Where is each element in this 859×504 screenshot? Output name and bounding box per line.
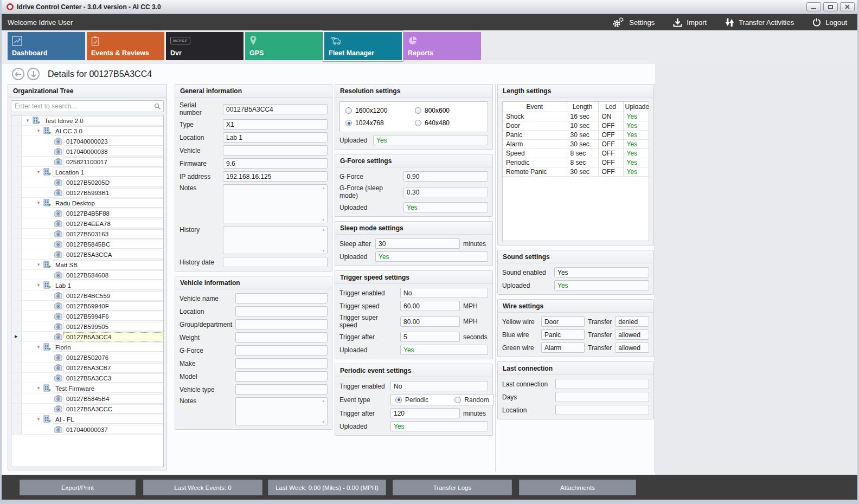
expander-icon[interactable]: ▾ (24, 118, 31, 123)
trigger-enabled-field[interactable]: No (400, 288, 488, 298)
tab-gps[interactable]: GPS (245, 32, 323, 60)
radio-option-800x600[interactable]: 800x600 (415, 107, 482, 114)
tree-node[interactable]: 00127B5A3CCC (11, 404, 163, 414)
yellow-wire-transfer-field[interactable]: denied (615, 316, 649, 327)
attachments-button[interactable]: Attachments (519, 480, 636, 495)
tree-node[interactable]: 00127B59940F (11, 301, 163, 311)
tree-node[interactable]: 00127B502076 (11, 352, 163, 363)
logout-button[interactable]: Logout (812, 18, 847, 27)
g-force-field[interactable]: 0.90 (403, 171, 488, 182)
tree-node[interactable]: ▾Test Firmware (11, 383, 163, 393)
import-button[interactable]: Import (673, 18, 707, 27)
sleep-after-field[interactable]: 30 (375, 238, 460, 249)
trigger-super-speed-field[interactable]: 80.00 (400, 316, 460, 327)
transfer-logs-button[interactable]: Transfer Logs (393, 480, 512, 495)
expander-icon[interactable]: ▾ (35, 169, 42, 175)
radio-button[interactable] (454, 397, 461, 403)
table-row[interactable]: Alarm30 secOFFYes (503, 140, 649, 149)
tree-node[interactable]: ▾Test Idrive 2.0 (11, 115, 163, 126)
table-row[interactable]: Speed8 secOFFYes (503, 149, 649, 158)
uploaded-field[interactable]: Yes (373, 135, 488, 145)
serial-number-field[interactable]: 00127B5A3CC4 (223, 104, 328, 114)
tree-node[interactable]: 00127B5845B4 (11, 393, 163, 404)
tree-node[interactable]: 00127B599505 (11, 321, 163, 332)
transfer-activities-button[interactable]: Transfer Activities (725, 18, 794, 27)
tree-node[interactable]: 00127B5993B1 (11, 188, 163, 198)
trigger-enabled-field[interactable]: No (390, 381, 488, 391)
tab-events-reviews[interactable]: Events & Reviews (87, 32, 164, 60)
days-field[interactable] (555, 392, 649, 402)
tree-node[interactable]: ▶00127B5A3CC4 (11, 332, 163, 342)
tree-node[interactable]: 017040000023 (11, 136, 163, 146)
ip-address-field[interactable]: 192.168.16.125 (223, 171, 328, 182)
tree-node[interactable]: ▾Location 1 (11, 167, 163, 177)
location-field[interactable] (555, 405, 649, 415)
settings-button[interactable]: Settings (612, 17, 655, 28)
tab-dvr[interactable]: MERGEDvr (166, 32, 243, 60)
blue-wire-transfer-field[interactable]: allowed (615, 329, 649, 340)
group-department-field[interactable] (235, 319, 328, 329)
tree-node[interactable]: 00127B4EEA78 (11, 218, 163, 229)
expand-details-button[interactable] (27, 68, 40, 80)
back-button[interactable] (12, 68, 24, 80)
type-field[interactable]: X1 (223, 119, 328, 130)
tree-node[interactable]: 00127B5A3CCA (11, 249, 163, 260)
blue-wire-field[interactable]: Panic (541, 329, 585, 340)
search-input[interactable] (11, 100, 164, 112)
radio-option-periodic[interactable]: Periodic (395, 396, 428, 404)
tree-node[interactable]: 00127B4B5F88 (11, 208, 163, 218)
notes-textarea[interactable] (235, 397, 328, 425)
table-row[interactable]: Panic30 secOFFYes (503, 131, 649, 140)
table-row[interactable]: Door10 secOFFYes (503, 121, 649, 131)
radio-option-640x480[interactable]: 640x480 (415, 119, 482, 127)
tree-node[interactable]: 00127B503163 (11, 229, 163, 239)
firmware-field[interactable]: 9.6 (223, 158, 328, 169)
radio-button[interactable] (345, 107, 352, 114)
expander-icon[interactable]: ▾ (35, 344, 42, 350)
trigger-after-field[interactable]: 120 (390, 408, 460, 418)
sound-enabled-field[interactable]: Yes (554, 267, 649, 277)
trigger-speed-field[interactable]: 60.00 (400, 301, 460, 311)
tree-node[interactable]: 017040000037 (11, 424, 163, 435)
history-textarea[interactable] (223, 226, 328, 254)
expander-icon[interactable]: ▾ (35, 262, 42, 267)
weight-field[interactable] (235, 332, 328, 343)
minimize-button[interactable] (806, 2, 821, 11)
expander-icon[interactable]: ▾ (35, 385, 42, 391)
expander-icon[interactable]: ▾ (35, 200, 42, 205)
maximize-button[interactable] (823, 2, 838, 11)
export-print-button[interactable]: Export/Print (20, 480, 136, 495)
green-wire-transfer-field[interactable]: allowed (615, 343, 649, 353)
g-force-field[interactable] (235, 345, 328, 356)
radio-option-1600x1200[interactable]: 1600x1200 (345, 107, 413, 114)
tab-reports[interactable]: Reports (403, 32, 481, 60)
expander-icon[interactable]: ▾ (35, 282, 42, 288)
uploaded-field[interactable]: Yes (403, 202, 488, 212)
make-field[interactable] (235, 358, 328, 369)
trigger-after-field[interactable]: 5 (400, 332, 460, 342)
green-wire-field[interactable]: Alarm (541, 343, 585, 353)
uploaded-field[interactable]: Yes (554, 280, 649, 290)
tab-fleet-manager[interactable]: Fleet Manager (324, 32, 402, 60)
uploaded-field[interactable]: Yes (400, 345, 488, 355)
last-connection-field[interactable] (555, 379, 649, 389)
tree-node[interactable]: 00127B50205D (11, 177, 163, 188)
radio-button[interactable] (415, 107, 421, 114)
tree-node[interactable]: 00127B5994F6 (11, 311, 163, 321)
last-week-events-button[interactable]: Last Week Events: 0 (143, 480, 262, 495)
radio-button[interactable] (415, 120, 421, 126)
vehicle-name-field[interactable] (235, 293, 328, 303)
tree-node[interactable]: ▾AI - FL (11, 414, 163, 424)
radio-option-random[interactable]: Random (454, 396, 489, 404)
tree-node[interactable]: 00127B584608 (11, 270, 163, 280)
g-force-sleep-mode-field[interactable]: 0.30 (403, 187, 488, 197)
yellow-wire-field[interactable]: Door (541, 316, 585, 327)
last-week-button[interactable]: Last Week: 0.00 (Miles) - 0.00 (MPH) (268, 480, 386, 495)
tree-node[interactable]: ▾Lab 1 (11, 280, 163, 290)
location-field[interactable]: Lab 1 (223, 132, 328, 143)
tab-dashboard[interactable]: Dashboard (8, 32, 85, 60)
tree-node[interactable]: ▾AI CC 3.0 (11, 126, 163, 136)
radio-button[interactable] (395, 397, 402, 403)
expander-icon[interactable]: ▾ (35, 128, 42, 133)
notes-textarea[interactable] (223, 184, 328, 223)
